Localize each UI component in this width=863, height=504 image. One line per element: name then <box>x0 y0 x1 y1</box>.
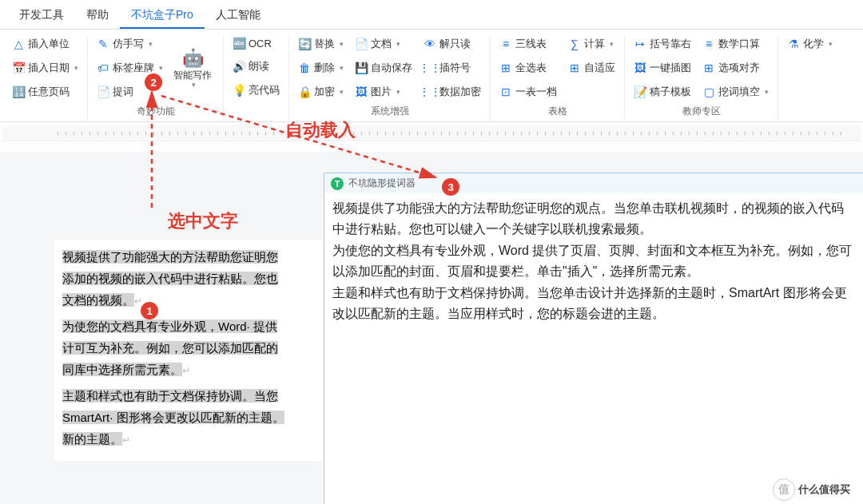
annotation-arrows <box>0 0 863 504</box>
watermark-text: 什么值得买 <box>798 482 850 497</box>
annotation-badge-2: 2 <box>145 73 162 91</box>
annotation-auto-load: 自动载入 <box>285 118 356 142</box>
annotation-select-text: 选中文字 <box>168 209 238 233</box>
watermark: 值 什么值得买 <box>773 478 850 501</box>
watermark-icon: 值 <box>773 478 795 501</box>
annotation-badge-3: 3 <box>442 178 459 196</box>
annotation-badge-1: 1 <box>141 302 158 319</box>
